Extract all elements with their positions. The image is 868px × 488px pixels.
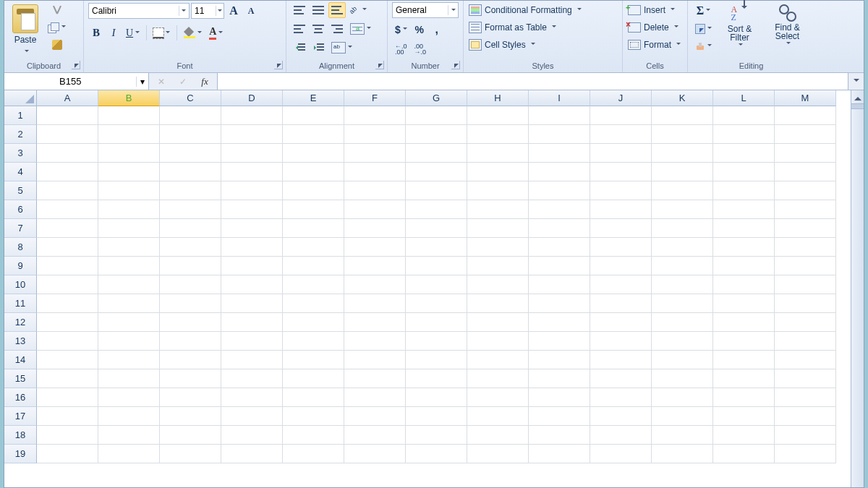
cell[interactable] [529,351,590,369]
cell[interactable] [467,238,529,257]
cell[interactable] [775,163,836,181]
cell[interactable] [775,426,836,445]
cell[interactable] [406,407,467,426]
cell[interactable] [652,369,713,388]
alignment-launcher[interactable] [375,61,384,69]
cell[interactable] [160,238,221,257]
column-header-A[interactable]: A [37,90,98,106]
cell[interactable] [98,219,160,238]
cell[interactable] [160,144,221,163]
cancel-formula-button[interactable]: ✕ [152,74,171,89]
cell[interactable] [652,332,713,351]
cell[interactable] [467,294,529,313]
cell[interactable] [37,369,98,388]
cell[interactable] [283,238,344,257]
find-select-button[interactable]: Find & Select [765,2,810,48]
cell[interactable] [283,106,344,125]
cell[interactable] [221,369,283,388]
cell[interactable] [344,313,406,332]
column-header-K[interactable]: K [652,90,713,106]
cell[interactable] [529,257,590,275]
cell[interactable] [37,445,98,463]
cell[interactable] [652,144,713,163]
grow-font-button[interactable]: A [226,2,242,20]
cell[interactable] [529,445,590,463]
cell[interactable] [283,351,344,369]
cell[interactable] [98,200,160,219]
cell[interactable] [160,313,221,332]
formula-input[interactable] [218,73,848,90]
cell[interactable] [590,351,652,369]
cell[interactable] [775,275,836,294]
split-handle[interactable] [851,103,864,109]
row-header-2[interactable]: 2 [4,125,37,144]
cell[interactable] [160,275,221,294]
cell[interactable] [713,219,775,238]
cell[interactable] [221,238,283,257]
vertical-scrollbar[interactable] [851,90,864,487]
column-header-F[interactable]: F [344,90,406,106]
percent-button[interactable]: % [412,22,427,38]
cell[interactable] [283,181,344,200]
font-launcher[interactable] [274,61,283,69]
cell[interactable] [713,369,775,388]
cell[interactable] [160,294,221,313]
cell[interactable] [713,313,775,332]
format-painter-button[interactable] [45,37,69,53]
cell[interactable] [160,181,221,200]
cell[interactable] [713,388,775,407]
cell[interactable] [283,163,344,181]
row-header-7[interactable]: 7 [4,219,37,238]
cell[interactable] [406,125,467,144]
row-header-4[interactable]: 4 [4,163,37,181]
cell[interactable] [529,388,590,407]
cell[interactable] [283,257,344,275]
cell[interactable] [529,219,590,238]
font-color-button[interactable]: A [206,24,226,42]
row-header-9[interactable]: 9 [4,257,37,275]
align-right-button[interactable] [328,21,346,37]
cell[interactable] [98,163,160,181]
cell[interactable] [775,407,836,426]
cell[interactable] [590,257,652,275]
cell[interactable] [283,200,344,219]
row-header-16[interactable]: 16 [4,388,37,407]
cell[interactable] [529,426,590,445]
cell[interactable] [590,238,652,257]
cell[interactable] [467,388,529,407]
cell[interactable] [98,369,160,388]
row-header-10[interactable]: 10 [4,275,37,294]
cell[interactable] [529,238,590,257]
cell[interactable] [283,332,344,351]
cell[interactable] [344,332,406,351]
cell[interactable] [775,332,836,351]
borders-button[interactable] [150,25,173,41]
conditional-formatting-button[interactable]: Conditional Formatting [468,2,582,18]
format-as-table-button[interactable]: Format as Table [468,20,557,35]
font-name-input[interactable] [89,6,179,16]
cell[interactable] [713,257,775,275]
cell[interactable] [590,200,652,219]
cell[interactable] [98,351,160,369]
cell[interactable] [775,313,836,332]
cell[interactable] [652,106,713,125]
cell[interactable] [283,219,344,238]
cell[interactable] [775,219,836,238]
align-center-button[interactable] [310,21,327,37]
merge-center-button[interactable] [347,21,374,37]
align-left-button[interactable] [291,21,308,37]
decrease-indent-button[interactable] [291,40,308,56]
cell[interactable] [467,351,529,369]
cell[interactable] [37,125,98,144]
cell[interactable] [344,200,406,219]
cell[interactable] [467,181,529,200]
cell[interactable] [283,125,344,144]
cell[interactable] [283,369,344,388]
autosum-button[interactable]: Σ [692,2,715,20]
cell[interactable] [160,332,221,351]
cell[interactable] [775,181,836,200]
fill-color-button[interactable] [181,25,205,41]
cell[interactable] [590,125,652,144]
cell[interactable] [406,181,467,200]
row-header-19[interactable]: 19 [4,445,37,463]
